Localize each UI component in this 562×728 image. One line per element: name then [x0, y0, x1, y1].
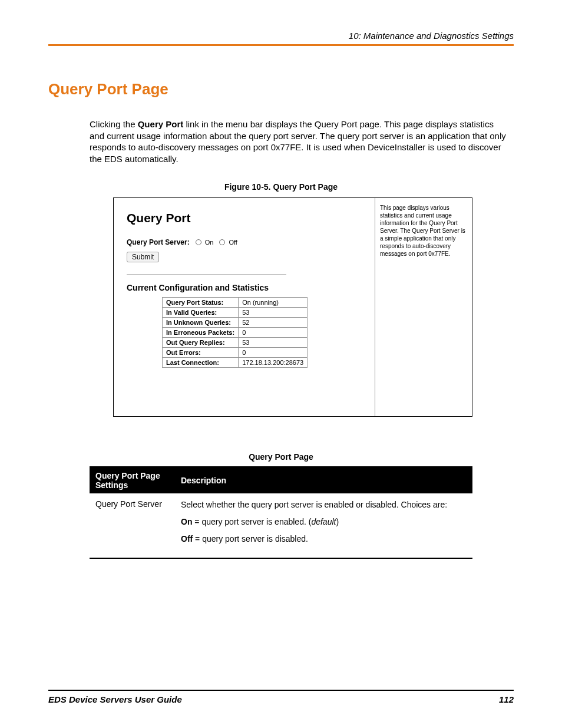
stat-value: 172.18.13.200:28673 — [239, 358, 308, 368]
radio-on-label: On — [205, 239, 214, 246]
stat-key: Query Port Status: — [163, 298, 239, 308]
table-row: In Valid Queries:53 — [163, 308, 308, 318]
settings-caption: Query Port Page — [48, 452, 514, 462]
settings-row-label: Query Port Server — [90, 493, 175, 558]
section-heading: Query Port Page — [48, 80, 514, 98]
radio-on[interactable] — [196, 239, 201, 245]
table-row: Last Connection:172.18.13.200:28673 — [163, 358, 308, 368]
intro-paragraph: Clicking the Query Port link in the menu… — [90, 118, 508, 164]
radio-off[interactable] — [219, 239, 225, 245]
stat-key: Out Query Replies: — [163, 338, 239, 348]
desc-off-text: = query port server is disabled. — [193, 534, 308, 543]
figure-frame: Query Port Query Port Server: On Off Sub… — [113, 197, 472, 417]
table-row: Query Port Status:On (running) — [163, 298, 308, 308]
desc-intro: Select whether the query port server is … — [181, 499, 467, 510]
desc-off: Off = query port server is disabled. — [181, 533, 467, 545]
chapter-header: 10: Maintenance and Diagnostics Settings — [48, 31, 514, 46]
stat-value: 52 — [239, 318, 308, 328]
desc-on-default: default — [311, 517, 336, 526]
stat-value: 53 — [239, 338, 308, 348]
stat-value: On (running) — [239, 298, 308, 308]
stat-value: 0 — [239, 328, 308, 338]
page-number: 112 — [499, 694, 514, 704]
submit-button[interactable]: Submit — [127, 252, 159, 262]
stat-key: In Unknown Queries: — [163, 318, 239, 328]
intro-text-1: Clicking the — [90, 119, 138, 129]
table-row: Out Query Replies:53 — [163, 338, 308, 348]
desc-off-key: Off — [181, 534, 193, 543]
desc-on: On = query port server is enabled. (defa… — [181, 516, 467, 528]
figure-caption: Figure 10-5. Query Port Page — [48, 182, 514, 192]
radio-off-label: Off — [229, 239, 237, 246]
stat-key: In Valid Queries: — [163, 308, 239, 318]
page-footer: EDS Device Servers User Guide 112 — [48, 690, 514, 704]
figure-main: Query Port Query Port Server: On Off Sub… — [114, 198, 375, 416]
desc-on-end: ) — [336, 517, 339, 526]
figure-side-text: This page displays various statistics an… — [375, 198, 472, 416]
stat-key: Last Connection: — [163, 358, 239, 368]
stat-value: 53 — [239, 308, 308, 318]
table-row: In Unknown Queries:52 — [163, 318, 308, 328]
stat-key: In Erroneous Packets: — [163, 328, 239, 338]
desc-on-text: = query port server is enabled. ( — [192, 517, 311, 526]
server-label: Query Port Server: — [127, 238, 190, 246]
stat-value: 0 — [239, 348, 308, 358]
stat-key: Out Errors: — [163, 348, 239, 358]
intro-bold: Query Port — [138, 119, 184, 129]
stats-heading: Current Configuration and Statistics — [127, 283, 362, 292]
footer-title: EDS Device Servers User Guide — [48, 694, 182, 704]
stats-table: Query Port Status:On (running) In Valid … — [162, 297, 308, 368]
desc-on-key: On — [181, 517, 192, 526]
table-row: Out Errors:0 — [163, 348, 308, 358]
settings-col1-header: Query Port Page Settings — [90, 467, 175, 493]
table-row: In Erroneous Packets:0 — [163, 328, 308, 338]
query-port-server-row: Query Port Server: On Off — [127, 238, 362, 246]
settings-row-desc: Select whether the query port server is … — [175, 493, 472, 558]
figure-title: Query Port — [127, 211, 362, 225]
figure-divider — [127, 274, 286, 275]
settings-table: Query Port Page Settings Description Que… — [90, 466, 472, 559]
settings-col2-header: Description — [175, 467, 472, 493]
